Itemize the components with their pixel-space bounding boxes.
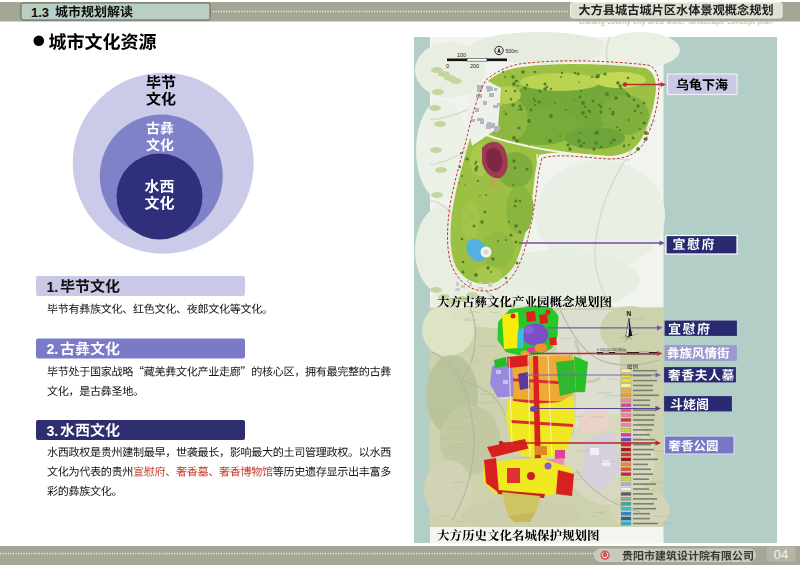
svg-text:N: N xyxy=(627,310,632,317)
svg-text:100: 100 xyxy=(457,52,466,58)
svg-text:0: 0 xyxy=(446,63,449,69)
svg-text:3.: 3. xyxy=(47,423,59,439)
svg-text:2.: 2. xyxy=(47,341,59,357)
svg-text:500m: 500m xyxy=(506,48,519,54)
svg-text:200: 200 xyxy=(470,63,479,69)
svg-text:0 100 200 400: 0 100 200 400 800m xyxy=(597,348,627,352)
svg-text:Dafang county city area water: Dafang county city area water landscape … xyxy=(579,17,772,26)
svg-text:04: 04 xyxy=(774,547,788,562)
svg-text:1.3: 1.3 xyxy=(31,5,49,20)
svg-text:1.: 1. xyxy=(47,279,59,295)
